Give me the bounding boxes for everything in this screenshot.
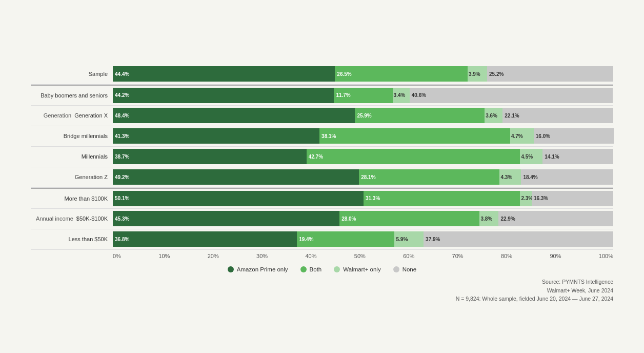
legend-item: Amazon Prime only (228, 266, 288, 272)
bar-chart: Sample44.4%26.5%3.9%25.2%Baby boomers an… (31, 64, 613, 250)
bar-segment-none: 14.1% (542, 149, 613, 164)
bar-segment-walmart: 2.3% (520, 191, 531, 206)
bar-label: 25.2% (487, 71, 504, 77)
x-tick: 70% (452, 253, 464, 259)
source-text: Source: PYMNTS IntelligenceWalmart+ Week… (31, 278, 613, 303)
bar-label: 4.7% (510, 133, 523, 139)
legend: Amazon Prime onlyBothWalmart+ onlyNone (31, 266, 613, 272)
bar-label: 4.3% (499, 174, 512, 180)
table-row: Millennials38.7%42.7%4.5%14.1% (31, 147, 613, 167)
bar-segment-both: 42.7% (307, 149, 520, 164)
row-label: Sample (89, 71, 108, 77)
bar-label: 3.9% (468, 71, 480, 77)
bar-label: 4.5% (520, 154, 533, 160)
bar-segment-both: 19.4% (297, 231, 394, 247)
bar-segment-walmart: 4.7% (510, 128, 534, 144)
bar-segment-none: 40.6% (410, 88, 613, 103)
x-tick: 20% (208, 253, 219, 259)
bar-label: 42.7% (307, 154, 323, 160)
bar-segment-none: 22.1% (502, 108, 613, 123)
bar-segment-both: 25.9% (355, 108, 485, 123)
bar-label: 38.1% (319, 133, 336, 139)
table-row: Sample44.4%26.5%3.9%25.2% (31, 64, 613, 85)
x-tick: 80% (501, 253, 512, 259)
bar-segment-both: 11.7% (334, 88, 392, 103)
bar-label: 50.1% (113, 195, 129, 201)
bar-segment-none: 25.2% (487, 66, 613, 82)
x-tick: 100% (599, 253, 613, 259)
bar-segment-none: 16.0% (534, 128, 614, 144)
bar-label: 25.9% (355, 113, 371, 119)
legend-item: Both (300, 266, 322, 272)
x-tick: 10% (158, 253, 170, 259)
bar-label: 49.2% (113, 174, 129, 180)
bar-segment-both: 31.3% (364, 191, 520, 206)
x-tick: 90% (550, 253, 561, 259)
bar-label: 37.9% (424, 237, 440, 242)
bar-label: 14.1% (542, 154, 559, 160)
x-tick: 30% (256, 253, 268, 259)
bar-segment-amazon: 41.3% (113, 128, 319, 144)
row-label: More than $100K (65, 195, 108, 202)
bar-label: 22.1% (502, 113, 519, 119)
bar-label: 38.7% (113, 154, 129, 160)
bar-segment-walmart: 5.9% (394, 231, 424, 247)
bar-label: 41.3% (113, 133, 129, 139)
table-row: Less than $50K36.8%19.4%5.9%37.9% (31, 229, 613, 250)
bar-segment-walmart: 3.4% (393, 88, 410, 103)
table-row: More than $100K50.1%31.3%2.3%16.3% (31, 188, 613, 209)
bar-segment-walmart: 3.6% (485, 108, 502, 123)
bar-segment-both: 26.5% (335, 66, 468, 82)
bar-label: 22.9% (498, 216, 515, 222)
bar-segment-none: 18.4% (521, 169, 613, 185)
x-tick: 50% (354, 253, 366, 259)
bar-label: 19.4% (297, 237, 313, 242)
bar-label: 40.6% (410, 92, 426, 98)
chart-container: Sample44.4%26.5%3.9%25.2%Baby boomers an… (14, 37, 630, 316)
bar-segment-amazon: 50.1% (113, 191, 364, 206)
bar-segment-none: 22.9% (498, 211, 613, 226)
group-label: Generation (44, 112, 71, 119)
table-row: Baby boomers and seniors44.2%11.7%3.4%40… (31, 85, 613, 106)
bar-segment-amazon: 44.2% (113, 88, 334, 103)
bar-label: 18.4% (521, 174, 537, 180)
row-label: Generation X (74, 112, 108, 119)
bar-segment-both: 28.1% (359, 169, 499, 185)
x-axis: 0%10%20%30%40%50%60%70%80%90%100% (113, 250, 613, 259)
bar-label: 3.8% (479, 216, 492, 222)
bar-segment-both: 28.0% (339, 211, 479, 226)
legend-item: None (393, 266, 417, 272)
bar-label: 2.3% (520, 195, 533, 201)
group-label: Annual income (36, 215, 73, 222)
bar-label: 11.7% (334, 92, 350, 98)
row-label: $50K-$100K (76, 215, 108, 222)
bar-segment-walmart: 4.5% (520, 149, 542, 164)
bar-segment-amazon: 48.4% (113, 108, 355, 123)
bar-label: 45.3% (113, 216, 129, 222)
table-row: Generation Z49.2%28.1%4.3%18.4% (31, 167, 613, 188)
bar-segment-walmart: 3.8% (479, 211, 498, 226)
bar-label: 3.4% (393, 92, 406, 98)
bar-label: 26.5% (335, 71, 351, 77)
bar-label: 36.8% (113, 237, 129, 242)
x-tick: 40% (305, 253, 316, 259)
x-tick: 60% (403, 253, 414, 259)
row-label: Millennials (82, 153, 108, 160)
table-row: Annual income$50K-$100K45.3%28.0%3.8%22.… (31, 209, 613, 229)
bar-segment-walmart: 4.3% (499, 169, 521, 185)
bar-label: 31.3% (364, 195, 380, 201)
bar-label: 16.3% (532, 195, 548, 201)
legend-item: Walmart+ only (334, 266, 380, 272)
row-label: Less than $50K (69, 236, 108, 242)
bar-segment-amazon: 36.8% (113, 231, 297, 247)
table-row: Bridge millennials41.3%38.1%4.7%16.0% (31, 126, 613, 147)
bar-segment-amazon: 38.7% (113, 149, 307, 164)
bar-segment-amazon: 49.2% (113, 169, 359, 185)
bar-label: 48.4% (113, 113, 129, 119)
x-tick: 0% (113, 253, 121, 259)
bar-segment-both: 38.1% (319, 128, 510, 144)
bar-label: 44.2% (113, 92, 129, 98)
bar-segment-amazon: 44.4% (113, 66, 335, 82)
bar-label: 5.9% (394, 237, 408, 242)
row-label: Bridge millennials (64, 133, 108, 139)
